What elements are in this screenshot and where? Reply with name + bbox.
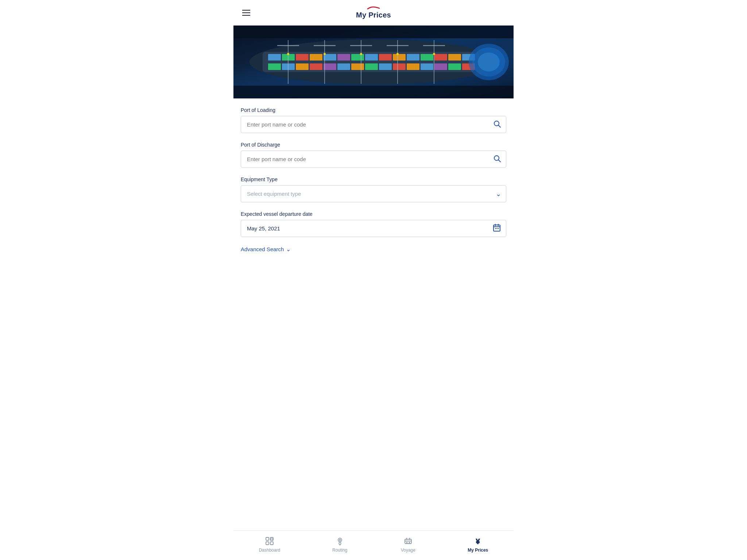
svg-rect-29 — [407, 63, 419, 70]
nav-item-my-prices[interactable]: ¥ My Prices — [462, 534, 494, 554]
svg-rect-21 — [296, 63, 309, 70]
svg-rect-15 — [421, 54, 433, 61]
departure-date-input[interactable] — [241, 220, 506, 237]
my-prices-nav-label: My Prices — [468, 548, 488, 553]
port-of-loading-input-wrapper — [241, 116, 506, 133]
port-of-discharge-group: Port of Discharge — [241, 142, 506, 168]
svg-rect-8 — [324, 54, 336, 61]
my-prices-icon: ¥ — [473, 536, 483, 546]
voyage-nav-label: Voyage — [401, 548, 415, 553]
routing-nav-label: Routing — [332, 548, 347, 553]
svg-rect-23 — [324, 63, 336, 70]
svg-rect-12 — [379, 54, 392, 61]
app-header: My Prices — [233, 0, 514, 26]
svg-rect-78 — [406, 542, 407, 543]
departure-date-group: Expected vessel departure date — [241, 211, 506, 237]
svg-rect-6 — [296, 54, 309, 61]
hamburger-line-1 — [242, 10, 250, 11]
equipment-type-select[interactable]: Select equipment type 20' Dry Container … — [241, 185, 506, 202]
logo-accent-icon — [366, 6, 381, 10]
routing-icon — [335, 536, 345, 546]
svg-rect-4 — [268, 54, 281, 61]
ship-illustration — [233, 26, 514, 98]
svg-point-46 — [360, 53, 362, 55]
bottom-navigation: Dashboard Routing Voyage — [233, 530, 514, 560]
search-form: Port of Loading Port of Discharge — [233, 98, 514, 289]
svg-point-45 — [324, 53, 326, 55]
svg-rect-10 — [351, 54, 364, 61]
port-of-discharge-input[interactable] — [241, 151, 506, 168]
hamburger-line-3 — [242, 15, 250, 16]
departure-date-label: Expected vessel departure date — [241, 211, 506, 217]
svg-rect-30 — [421, 63, 433, 70]
svg-rect-31 — [434, 63, 447, 70]
advanced-search-chevron-icon: ⌄ — [286, 246, 291, 253]
svg-rect-19 — [268, 63, 281, 70]
departure-date-input-wrapper — [241, 220, 506, 237]
svg-rect-25 — [351, 63, 364, 70]
nav-item-dashboard[interactable]: Dashboard — [253, 534, 286, 554]
dashboard-nav-label: Dashboard — [259, 548, 280, 553]
advanced-search-label: Advanced Search — [241, 246, 284, 252]
logo-title-group: My Prices — [356, 6, 391, 19]
dashboard-icon — [264, 536, 275, 546]
hero-banner — [233, 26, 514, 98]
svg-rect-65 — [266, 537, 269, 540]
svg-point-48 — [433, 53, 435, 55]
voyage-icon — [403, 536, 413, 546]
svg-rect-17 — [448, 54, 461, 61]
hamburger-menu-button[interactable] — [241, 8, 252, 17]
svg-rect-79 — [409, 542, 410, 543]
svg-rect-27 — [379, 63, 392, 70]
port-of-loading-label: Port of Loading — [241, 107, 506, 113]
advanced-search-button[interactable]: Advanced Search ⌄ — [241, 246, 291, 253]
svg-rect-67 — [266, 542, 269, 545]
svg-rect-9 — [337, 54, 350, 61]
svg-point-44 — [287, 53, 289, 55]
svg-rect-53 — [233, 86, 514, 98]
equipment-type-select-wrapper: Select equipment type 20' Dry Container … — [241, 185, 506, 202]
svg-rect-26 — [365, 63, 378, 70]
equipment-type-group: Equipment Type Select equipment type 20'… — [241, 176, 506, 202]
svg-rect-74 — [405, 539, 411, 544]
svg-rect-32 — [448, 63, 461, 70]
svg-rect-13 — [393, 54, 406, 61]
svg-rect-52 — [233, 26, 514, 38]
svg-rect-16 — [434, 54, 447, 61]
nav-item-routing[interactable]: Routing — [325, 534, 355, 554]
svg-rect-22 — [310, 63, 322, 70]
port-of-loading-group: Port of Loading — [241, 107, 506, 133]
port-of-discharge-input-wrapper — [241, 151, 506, 168]
svg-point-51 — [478, 52, 500, 71]
svg-point-73 — [339, 539, 341, 541]
port-of-discharge-label: Port of Discharge — [241, 142, 506, 148]
hamburger-line-2 — [242, 12, 250, 13]
nav-item-voyage[interactable]: Voyage — [394, 534, 423, 554]
svg-text:¥: ¥ — [476, 537, 480, 545]
svg-point-47 — [396, 53, 399, 55]
svg-rect-14 — [407, 54, 419, 61]
svg-rect-28 — [393, 63, 406, 70]
page-title: My Prices — [356, 11, 391, 19]
svg-rect-11 — [365, 54, 378, 61]
svg-rect-7 — [310, 54, 322, 61]
svg-rect-24 — [337, 63, 350, 70]
equipment-type-label: Equipment Type — [241, 176, 506, 182]
svg-rect-68 — [270, 542, 273, 545]
port-of-loading-input[interactable] — [241, 116, 506, 133]
